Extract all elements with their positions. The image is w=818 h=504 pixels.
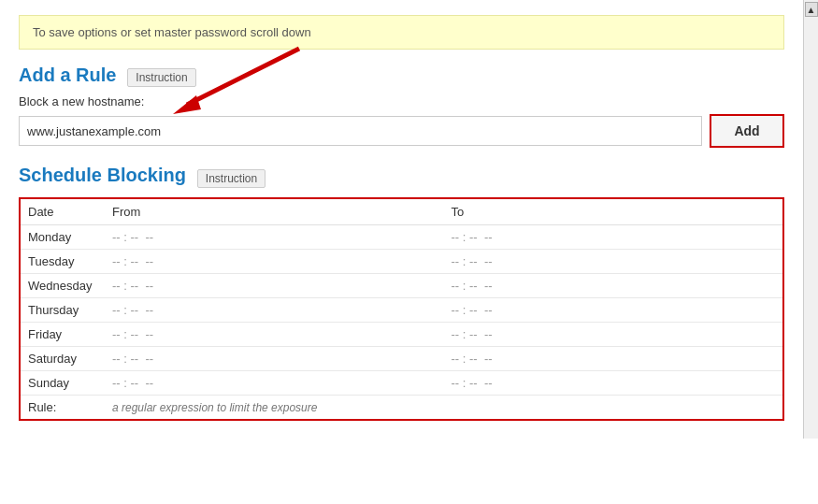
col-from: From — [105, 199, 444, 225]
from-time[interactable] — [105, 273, 444, 297]
add-rule-instruction-button[interactable]: Instruction — [127, 68, 195, 87]
schedule-table-wrapper: Date From To Monday Tuesday — [19, 197, 784, 421]
hostname-label: Block a new hostname: — [19, 94, 784, 108]
rule-label: Rule: — [21, 395, 105, 419]
from-time-input[interactable] — [112, 327, 437, 341]
table-row: Saturday — [21, 346, 782, 370]
day-name: Sunday — [21, 370, 105, 395]
to-time[interactable] — [444, 370, 783, 395]
from-time[interactable] — [105, 249, 444, 273]
col-to: To — [444, 199, 783, 225]
table-row: Thursday — [21, 297, 782, 322]
from-time[interactable] — [105, 346, 444, 370]
day-name: Friday — [21, 322, 105, 346]
to-time[interactable] — [444, 249, 783, 273]
day-name: Saturday — [21, 346, 105, 370]
to-time[interactable] — [444, 273, 783, 297]
day-name: Wednesday — [21, 273, 105, 297]
table-row: Sunday — [21, 370, 782, 395]
schedule-section-header: Schedule Blocking Instruction — [19, 165, 784, 187]
table-row: Tuesday — [21, 249, 782, 273]
to-time-input[interactable] — [452, 230, 776, 244]
col-date: Date — [21, 199, 105, 225]
from-time[interactable] — [105, 224, 444, 249]
from-time[interactable] — [105, 370, 444, 395]
schedule-title: Schedule Blocking — [19, 165, 186, 185]
rule-input-cell[interactable] — [105, 395, 782, 419]
scroll-up-button[interactable]: ▲ — [805, 2, 818, 17]
to-time-input[interactable] — [452, 327, 776, 341]
to-time-input[interactable] — [452, 352, 776, 366]
schedule-instruction-button[interactable]: Instruction — [197, 169, 265, 188]
add-rule-title: Add a Rule — [19, 65, 116, 85]
to-time[interactable] — [444, 224, 783, 249]
to-time-input[interactable] — [452, 303, 776, 317]
to-time-input[interactable] — [452, 376, 776, 390]
hostname-row: Add — [19, 114, 784, 148]
hostname-input[interactable] — [19, 116, 702, 146]
schedule-table: Date From To Monday Tuesday — [21, 199, 782, 419]
table-row: Monday — [21, 224, 782, 249]
from-time-input[interactable] — [112, 230, 437, 244]
from-time-input[interactable] — [112, 254, 437, 268]
from-time-input[interactable] — [112, 376, 437, 390]
add-rule-section-header: Add a Rule Instruction — [19, 65, 784, 87]
table-row: Friday — [21, 322, 782, 346]
from-time[interactable] — [105, 297, 444, 322]
from-time-input[interactable] — [112, 352, 437, 366]
to-time-input[interactable] — [452, 279, 776, 293]
notice-text: To save options or set master password s… — [33, 25, 311, 39]
day-name: Monday — [21, 224, 105, 249]
day-name: Tuesday — [21, 249, 105, 273]
add-button[interactable]: Add — [710, 114, 784, 148]
from-time-input[interactable] — [112, 279, 437, 293]
to-time[interactable] — [444, 346, 783, 370]
table-row: Wednesday — [21, 273, 782, 297]
from-time-input[interactable] — [112, 303, 437, 317]
from-time[interactable] — [105, 322, 444, 346]
day-name: Thursday — [21, 297, 105, 322]
scrollbar[interactable]: ▲ — [803, 0, 818, 439]
notice-banner: To save options or set master password s… — [19, 15, 784, 50]
to-time[interactable] — [444, 297, 783, 322]
to-time-input[interactable] — [452, 254, 776, 268]
rule-input[interactable] — [112, 401, 775, 414]
to-time[interactable] — [444, 322, 783, 346]
rule-row: Rule: — [21, 395, 782, 419]
